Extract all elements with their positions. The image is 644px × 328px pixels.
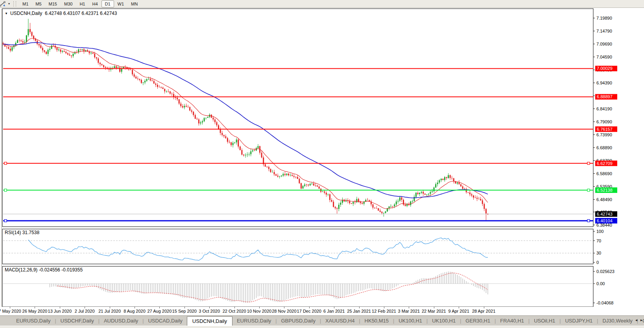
candle-body — [265, 164, 266, 167]
date-label: 3 Oct 2020 — [199, 309, 220, 313]
candle-body — [453, 178, 454, 181]
candle-body — [424, 194, 426, 195]
candle-body — [467, 192, 469, 192]
price-line-label: 6.76157 — [597, 127, 613, 132]
candle-body — [150, 79, 151, 81]
candle-body — [450, 175, 451, 178]
chart-tab-dj30-weekly[interactable]: DJ30,Weekly — [598, 317, 637, 325]
chart-tab-xauusd-h4[interactable]: XAUUSD,H4 — [321, 317, 359, 325]
price-line-label: 6.62709 — [597, 161, 613, 166]
chart-tab-ger30-h1[interactable]: GER30,H1 — [461, 317, 495, 325]
candle-body — [71, 55, 72, 56]
candle-body — [159, 87, 160, 87]
chart-tab-usoil-h1[interactable]: USOil,H1 — [530, 317, 559, 325]
candle-body — [179, 99, 180, 104]
chart-tab-hk50-m15[interactable]: HK50,M15 — [360, 317, 393, 325]
chart-tab-usdchf-daily[interactable]: USDCHF,Daily — [56, 317, 98, 325]
timeframe-button-d1[interactable]: D1 — [101, 0, 114, 7]
date-tick — [35, 307, 35, 308]
candle-body — [90, 53, 92, 53]
candle-body — [92, 53, 94, 53]
candle-body — [396, 202, 397, 204]
candle-body — [310, 184, 311, 185]
candle-body — [198, 119, 199, 123]
candle-body — [153, 81, 155, 84]
date-label: 28 Nov 2020 — [272, 309, 296, 313]
candle-body — [30, 29, 31, 32]
chart-tab-usdcnh-daily[interactable]: USDCNH,Daily — [187, 316, 233, 326]
candle-body — [142, 82, 144, 83]
chart-tab-fra40-h1[interactable]: FRA40,H1 — [496, 317, 528, 325]
candle-body — [277, 176, 279, 177]
candle-body — [196, 119, 197, 119]
candle-body — [191, 110, 192, 112]
timeframe-button-m15[interactable]: M15 — [45, 0, 61, 7]
price-tick-label: 6.94390 — [596, 81, 612, 85]
timeframe-button-m30[interactable]: M30 — [61, 0, 76, 7]
candle-body — [304, 185, 305, 186]
candle-body — [442, 179, 443, 180]
candle-body — [399, 197, 400, 201]
chart-tab-usdjpy-h1[interactable]: USDJPY,H1 — [561, 317, 597, 325]
candle-body — [435, 184, 436, 187]
candle-body — [421, 192, 422, 193]
chart-tab-usdcad-daily[interactable]: USDCAD,Daily — [144, 317, 186, 325]
date-label: 12 Feb 2021 — [372, 309, 396, 313]
chart-tab-eurusd-daily[interactable]: EURUSD,Daily — [233, 317, 275, 325]
price-tick-label: 6.73990 — [596, 132, 612, 137]
candle-body — [293, 176, 295, 177]
candle-body — [327, 194, 328, 195]
candle-body — [180, 104, 181, 106]
line-handle[interactable] — [587, 220, 590, 222]
date-label: 6 Jan 2021 — [323, 309, 345, 313]
candle-body — [476, 198, 478, 199]
candle-body — [274, 172, 275, 174]
line-handle[interactable] — [4, 189, 7, 191]
candle-body — [42, 48, 43, 50]
chart-canvas[interactable]: 7.198907.147907.096907.045906.994906.943… — [0, 8, 644, 315]
date-axis[interactable]: 7 May 202026 May 202013 Jun 20202 Jul 20… — [0, 307, 644, 315]
chart-tab-gbpusd-daily[interactable]: GBPUSD,Daily — [277, 317, 319, 325]
trendline-tool-icon[interactable] — [0, 1, 6, 7]
candle-body — [279, 176, 280, 177]
date-label: 2 Jul 2020 — [75, 309, 95, 313]
candle-body — [423, 192, 424, 194]
candle-body — [96, 57, 97, 59]
candle-body — [137, 79, 138, 79]
chart-tab-audusd-daily[interactable]: AUDUSD,Daily — [100, 317, 142, 325]
timeframe-button-m1[interactable]: M1 — [19, 0, 32, 7]
candle-body — [451, 178, 452, 178]
tool-dropdown-caret-icon[interactable]: ▾ — [7, 2, 11, 5]
candle-body — [39, 44, 40, 45]
line-handle[interactable] — [587, 189, 590, 191]
timeframe-button-h1[interactable]: H1 — [76, 0, 89, 7]
main-price-panel[interactable] — [2, 9, 593, 227]
timeframe-button-m5[interactable]: M5 — [32, 0, 45, 7]
toolbar-grip[interactable] — [13, 1, 16, 7]
candle-body — [135, 77, 137, 79]
date-tick — [135, 307, 135, 308]
candle-body — [184, 106, 185, 108]
candle-body — [417, 193, 419, 194]
candle-body — [426, 194, 427, 195]
chart-tab-uk100-h1[interactable]: UK100,H1 — [394, 317, 426, 325]
candle-body — [441, 179, 442, 180]
candle-body — [329, 194, 330, 200]
rsi-panel[interactable] — [2, 229, 593, 264]
chart-tab-eurusd-daily[interactable]: EURUSD,Daily — [12, 317, 55, 325]
line-handle[interactable] — [4, 220, 7, 222]
tab-scroll-right-icon[interactable]: ▸ — [640, 318, 642, 322]
line-handle[interactable] — [4, 162, 7, 165]
candle-body — [60, 49, 61, 52]
timeframe-button-w1[interactable]: W1 — [114, 0, 128, 7]
date-label: 27 Aug 2020 — [147, 309, 172, 313]
price-tick-label: 6.79090 — [596, 119, 612, 124]
tab-scroll-left-icon[interactable]: ◂ — [635, 318, 637, 322]
timeframe-button-h4[interactable]: H4 — [89, 0, 101, 7]
line-handle[interactable] — [587, 162, 590, 165]
candle-body — [139, 79, 140, 80]
timeframe-button-mn[interactable]: MN — [127, 0, 141, 7]
price-tick-label: 7.19890 — [596, 16, 612, 20]
date-label: 9 Apr 2021 — [448, 309, 469, 313]
chart-tab-uk100-h1[interactable]: UK100,H1 — [428, 317, 460, 325]
